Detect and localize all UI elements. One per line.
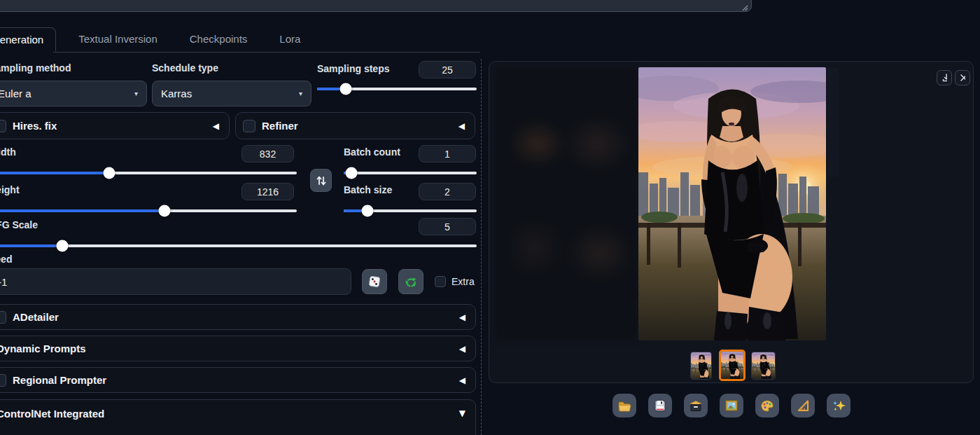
close-preview-button[interactable] bbox=[955, 70, 970, 85]
tab-bar: Generation Textual Inversion Checkpoints… bbox=[0, 27, 310, 51]
caret-left-icon: ◀ bbox=[459, 313, 465, 322]
chevron-down-icon: ▾ bbox=[134, 90, 138, 97]
refiner-accordion[interactable]: Refiner ◀ bbox=[235, 112, 475, 139]
batch-count-input[interactable]: 1 bbox=[419, 145, 476, 163]
sampling-steps-input[interactable]: 25 bbox=[419, 61, 476, 78]
save-zip-button[interactable] bbox=[684, 394, 708, 417]
extra-seed-label: Extra bbox=[451, 276, 475, 287]
slider-knob[interactable] bbox=[340, 83, 352, 95]
generated-image[interactable] bbox=[638, 67, 826, 340]
hires-fix-label: Hires. fix bbox=[13, 120, 57, 132]
caret-left-icon: ◀ bbox=[213, 122, 219, 130]
swap-arrows-icon bbox=[315, 174, 327, 187]
slider-knob[interactable] bbox=[56, 240, 68, 251]
tab-textual-inversion[interactable]: Textual Inversion bbox=[69, 27, 167, 51]
refiner-checkbox[interactable] bbox=[243, 120, 255, 132]
refiner-label: Refiner bbox=[262, 120, 298, 132]
send-to-inpaint-button[interactable] bbox=[755, 394, 779, 417]
next-image-dimmed[interactable] bbox=[827, 67, 839, 177]
triangular-ruler-icon bbox=[795, 398, 811, 413]
adetailer-label: ADetailer bbox=[13, 311, 59, 323]
thumbnail-image bbox=[752, 352, 775, 379]
sampling-method-label: Sampling method bbox=[0, 62, 71, 74]
cfg-scale-input[interactable]: 5 bbox=[419, 218, 476, 235]
sampling-method-dropdown[interactable]: Euler a ▾ bbox=[0, 81, 147, 106]
caret-left-icon: ◀ bbox=[459, 376, 465, 385]
swap-dimensions-button[interactable] bbox=[310, 169, 332, 192]
tab-underline bbox=[53, 52, 480, 53]
sparkles-icon bbox=[831, 398, 846, 413]
cfg-scale-label: CFG Scale bbox=[0, 219, 38, 230]
chevron-down-icon: ▾ bbox=[299, 90, 302, 97]
download-icon bbox=[941, 73, 947, 83]
send-to-img2img-button[interactable] bbox=[720, 394, 743, 417]
slider-knob[interactable] bbox=[103, 167, 115, 179]
download-image-button[interactable] bbox=[937, 70, 952, 85]
width-label: Width bbox=[0, 146, 16, 158]
width-slider[interactable] bbox=[0, 167, 297, 179]
dynamic-prompts-label: Dynamic Prompts bbox=[0, 343, 86, 354]
cfg-scale-slider[interactable] bbox=[0, 240, 477, 251]
gallery-thumbnail[interactable] bbox=[690, 352, 712, 380]
adetailer-accordion[interactable]: ADetailer ◀ bbox=[0, 304, 476, 330]
seed-input[interactable] bbox=[0, 268, 351, 295]
width-input[interactable]: 832 bbox=[241, 145, 294, 163]
caret-left-icon: ◀ bbox=[459, 345, 465, 353]
schedule-type-dropdown[interactable]: Karras ▾ bbox=[152, 81, 312, 106]
previous-image-dimmed[interactable] bbox=[495, 67, 637, 340]
batch-size-input[interactable]: 2 bbox=[419, 183, 476, 200]
slider-knob[interactable] bbox=[346, 167, 358, 179]
gallery-thumbnail-selected[interactable] bbox=[719, 350, 746, 381]
send-to-extras-button[interactable] bbox=[791, 394, 815, 417]
sampling-steps-slider[interactable] bbox=[317, 83, 477, 95]
slider-knob[interactable] bbox=[158, 205, 170, 216]
floppy-disk-icon bbox=[652, 398, 668, 413]
save-image-button[interactable] bbox=[648, 394, 672, 417]
regional-prompter-accordion[interactable]: Regional Prompter ◀ bbox=[0, 367, 476, 393]
schedule-type-value: Karras bbox=[161, 88, 192, 99]
tab-generation[interactable]: Generation bbox=[0, 27, 56, 51]
reuse-seed-button[interactable] bbox=[398, 269, 424, 294]
sampling-method-value: Euler a bbox=[0, 88, 31, 99]
prompt-textarea[interactable] bbox=[0, 0, 752, 12]
batch-size-label: Batch size bbox=[344, 184, 392, 195]
tab-checkpoints[interactable]: Checkpoints bbox=[180, 27, 258, 51]
caret-down-icon: ▼ bbox=[459, 409, 465, 417]
framed-picture-icon bbox=[724, 398, 739, 413]
archive-box-icon bbox=[688, 398, 704, 413]
slider-knob[interactable] bbox=[362, 205, 374, 216]
height-label: Height bbox=[0, 184, 20, 195]
controlnet-label: ControlNet Integrated bbox=[0, 408, 104, 420]
batch-count-slider[interactable] bbox=[344, 167, 477, 179]
schedule-type-label: Schedule type bbox=[152, 62, 218, 74]
regional-prompter-checkbox[interactable] bbox=[0, 374, 6, 387]
textarea-resize-handle[interactable] bbox=[741, 4, 749, 12]
batch-count-label: Batch count bbox=[344, 146, 400, 158]
palette-icon bbox=[760, 398, 775, 413]
sampling-steps-label: Sampling steps bbox=[317, 63, 389, 74]
caret-left-icon: ◀ bbox=[458, 122, 465, 130]
dynamic-prompts-accordion[interactable]: Dynamic Prompts ◀ bbox=[0, 336, 476, 361]
close-icon bbox=[960, 74, 965, 82]
controlnet-accordion[interactable]: ControlNet Integrated ▼ bbox=[0, 399, 476, 435]
random-seed-button[interactable] bbox=[362, 269, 387, 294]
height-slider[interactable] bbox=[0, 205, 297, 216]
extra-seed-checkbox[interactable] bbox=[435, 276, 446, 287]
regional-prompter-label: Regional Prompter bbox=[13, 374, 106, 386]
dice-icon bbox=[368, 275, 382, 289]
tab-lora[interactable]: Lora bbox=[270, 27, 310, 51]
thumbnail-image bbox=[721, 352, 743, 379]
hires-fix-checkbox[interactable] bbox=[0, 120, 6, 132]
panel-resize-handle[interactable] bbox=[481, 59, 482, 435]
gallery-thumbnail[interactable] bbox=[751, 352, 776, 380]
folder-icon bbox=[617, 398, 632, 413]
open-output-folder-button[interactable] bbox=[612, 394, 636, 417]
recycle-icon bbox=[404, 275, 418, 289]
hires-fix-accordion[interactable]: Hires. fix ◀ bbox=[0, 112, 230, 139]
batch-size-slider[interactable] bbox=[344, 205, 477, 216]
stable-diffusion-webui: Generation Textual Inversion Checkpoints… bbox=[0, 0, 980, 435]
upscale-button[interactable] bbox=[827, 394, 850, 417]
adetailer-checkbox[interactable] bbox=[0, 311, 6, 324]
thumbnail-image bbox=[691, 352, 712, 380]
height-input[interactable]: 1216 bbox=[241, 183, 294, 200]
